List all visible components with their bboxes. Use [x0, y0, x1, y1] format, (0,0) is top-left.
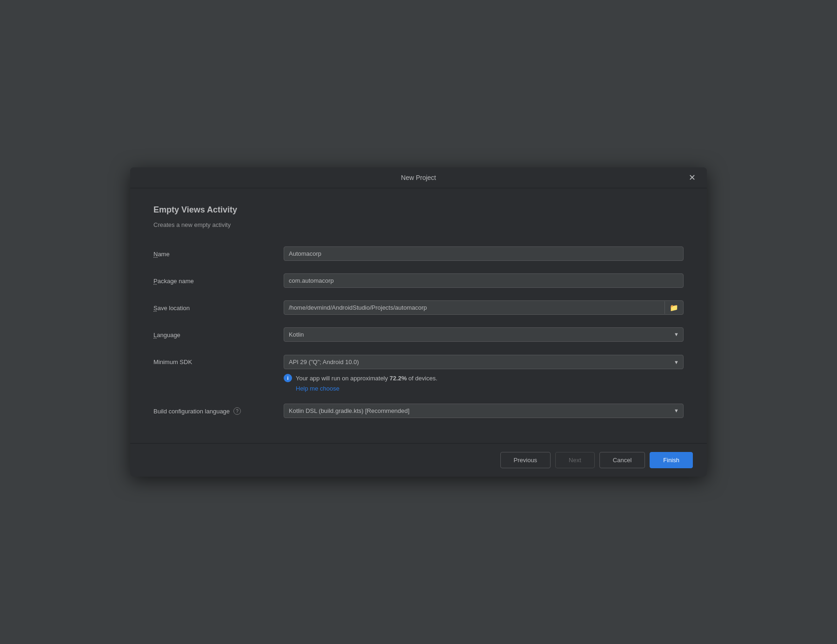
- build-config-help-icon[interactable]: ?: [233, 407, 241, 415]
- language-select-wrap: Kotlin Java ▼: [284, 327, 684, 342]
- save-location-label: Save location: [153, 304, 284, 312]
- save-location-input[interactable]: [284, 301, 664, 314]
- activity-description: Creates a new empty activity: [153, 221, 684, 228]
- name-row: Name: [153, 245, 684, 262]
- next-button: Next: [555, 452, 595, 468]
- folder-icon: 📁: [670, 304, 678, 312]
- dialog-footer: Previous Next Cancel Finish: [130, 443, 707, 477]
- sdk-info: i Your app will run on approximately 72.…: [284, 374, 684, 392]
- build-config-field: Kotlin DSL (build.gradle.kts) [Recommend…: [284, 404, 684, 418]
- activity-title: Empty Views Activity: [153, 205, 684, 215]
- folder-browse-button[interactable]: 📁: [664, 301, 683, 314]
- save-location-field: 📁: [284, 300, 684, 315]
- minimum-sdk-select-wrap: API 16 API 21 API 26 API 28 API 29 ("Q";…: [284, 355, 684, 369]
- language-label: Language: [153, 331, 284, 339]
- close-button[interactable]: ✕: [685, 172, 699, 184]
- package-name-input[interactable]: [284, 273, 684, 288]
- info-icon: i: [284, 374, 292, 382]
- help-me-choose-link[interactable]: Help me choose: [296, 385, 684, 392]
- sdk-info-text: Your app will run on approximately 72.2%…: [296, 375, 438, 382]
- save-location-row: Save location 📁: [153, 299, 684, 316]
- location-input-wrap: 📁: [284, 300, 684, 315]
- name-input[interactable]: [284, 246, 684, 261]
- dialog-titlebar: New Project ✕: [130, 167, 707, 188]
- backdrop: New Project ✕ Empty Views Activity Creat…: [0, 0, 837, 644]
- language-row: Language Kotlin Java ▼: [153, 326, 684, 343]
- build-config-row: Build configuration language ? Kotlin DS…: [153, 402, 684, 419]
- cancel-button[interactable]: Cancel: [599, 452, 645, 468]
- dialog-title: New Project: [401, 174, 436, 181]
- minimum-sdk-select[interactable]: API 16 API 21 API 26 API 28 API 29 ("Q";…: [284, 355, 684, 369]
- dialog-content: Empty Views Activity Creates a new empty…: [130, 188, 707, 443]
- name-field: [284, 246, 684, 261]
- minimum-sdk-field: API 16 API 21 API 26 API 28 API 29 ("Q";…: [284, 355, 684, 392]
- package-name-label: Package name: [153, 277, 284, 285]
- sdk-percentage: 72.2%: [390, 375, 407, 382]
- package-name-field: [284, 273, 684, 288]
- finish-button[interactable]: Finish: [650, 452, 693, 468]
- language-field: Kotlin Java ▼: [284, 327, 684, 342]
- build-config-label: Build configuration language ?: [153, 406, 284, 415]
- new-project-dialog: New Project ✕ Empty Views Activity Creat…: [130, 167, 707, 477]
- build-config-select-wrap: Kotlin DSL (build.gradle.kts) [Recommend…: [284, 404, 684, 418]
- package-name-row: Package name: [153, 272, 684, 289]
- minimum-sdk-row: Minimum SDK API 16 API 21 API 26 API 28 …: [153, 353, 684, 392]
- sdk-info-row: i Your app will run on approximately 72.…: [284, 374, 684, 382]
- build-config-select[interactable]: Kotlin DSL (build.gradle.kts) [Recommend…: [284, 404, 684, 418]
- name-label: Name: [153, 250, 284, 258]
- previous-button[interactable]: Previous: [500, 452, 551, 468]
- language-select[interactable]: Kotlin Java: [284, 327, 684, 342]
- build-config-label-text: Build configuration language: [153, 408, 230, 415]
- minimum-sdk-label: Minimum SDK: [153, 355, 284, 365]
